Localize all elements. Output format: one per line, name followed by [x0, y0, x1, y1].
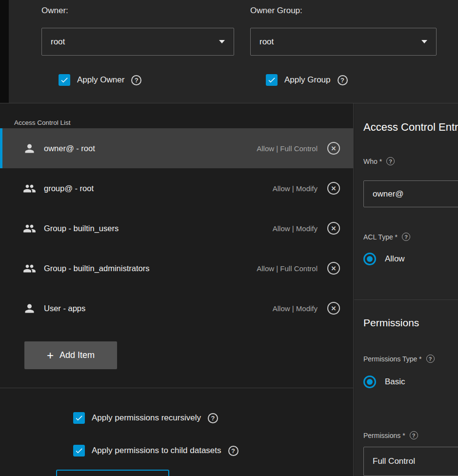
help-icon[interactable]: ? — [386, 157, 395, 165]
acl-entry-permissions: Allow | Modify — [273, 304, 318, 313]
acl-entry-label: owner@ - root — [44, 144, 257, 153]
ace-editor-panel: Access Control Entry Who * ? owner@ ACL … — [354, 103, 458, 476]
permissions-title: Permissions — [363, 317, 419, 329]
acl-editor-screen: Owner: root Owner Group: root Apply Owne… — [0, 0, 458, 476]
acl-type-label: ACL Type * — [363, 233, 398, 241]
help-icon[interactable]: ? — [208, 413, 218, 423]
check-icon — [267, 76, 276, 84]
remove-entry-icon[interactable]: ✕ — [327, 302, 340, 315]
acl-type-allow-option[interactable]: Allow — [363, 253, 405, 265]
owner-group-select-value: root — [259, 37, 274, 47]
owner-group-select[interactable]: root — [250, 28, 437, 56]
group-icon — [23, 222, 36, 235]
permissions-type-label: Permissions Type * — [363, 355, 422, 363]
child-datasets-row: Apply permissions to child datasets ? — [73, 445, 239, 456]
who-label: Who * — [363, 158, 382, 165]
owner-select[interactable]: root — [41, 28, 234, 56]
acl-type-allow-label: Allow — [385, 254, 405, 264]
apply-owner-label: Apply Owner — [77, 75, 124, 85]
plus-icon: + — [47, 350, 54, 361]
acl-entry-label: group@ - root — [44, 184, 273, 193]
who-label-row: Who * ? — [363, 157, 395, 165]
add-item-button[interactable]: + Add Item — [24, 341, 117, 369]
apply-group-checkbox[interactable] — [266, 74, 278, 86]
acl-entry-row[interactable]: Group - builtin_users Allow | Modify ✕ — [0, 208, 354, 248]
permissions-type-label-row: Permissions Type * ? — [363, 355, 435, 363]
apply-owner-row: Apply Owner ? — [59, 74, 141, 86]
check-icon — [75, 446, 83, 455]
left-gutter — [0, 0, 9, 103]
recursive-label: Apply permissions recursively — [92, 413, 201, 423]
who-select[interactable]: owner@ — [363, 180, 458, 207]
acl-entry-list: owner@ - root Allow | Full Control ✕ gro… — [0, 128, 354, 328]
acl-type-label-row: ACL Type * ? — [363, 233, 410, 241]
permissions-label: Permissions * — [363, 432, 405, 439]
who-select-value: owner@ — [373, 189, 404, 199]
chevron-down-icon — [219, 40, 225, 43]
permissions-select-value: Full Control — [373, 456, 415, 466]
permissions-label-row: Permissions * ? — [363, 431, 418, 439]
remove-entry-icon[interactable]: ✕ — [327, 222, 340, 235]
acl-entry-row[interactable]: group@ - root Allow | Modify ✕ — [0, 168, 354, 208]
remove-entry-icon[interactable]: ✕ — [327, 182, 340, 195]
acl-list-title: Access Control List — [14, 119, 71, 126]
acl-entry-row[interactable]: Group - builtin_administrators Allow | F… — [0, 248, 354, 288]
radio-selected-icon — [363, 376, 376, 388]
acl-entry-label: Group - builtin_users — [44, 224, 273, 233]
owner-section: Owner: root Owner Group: root Apply Owne… — [9, 0, 458, 103]
help-icon[interactable]: ? — [131, 75, 141, 85]
acl-entry-permissions: Allow | Full Control — [257, 264, 318, 273]
check-icon — [60, 76, 69, 84]
acl-list-panel: Access Control List owner@ - root Allow … — [0, 103, 354, 476]
owner-select-value: root — [51, 37, 65, 47]
acl-entry-label: User - apps — [44, 304, 273, 313]
recursive-row: Apply permissions recursively ? — [73, 412, 218, 424]
help-icon[interactable]: ? — [228, 446, 239, 456]
ace-panel-title: Access Control Entry — [363, 121, 458, 134]
apply-group-label: Apply Group — [284, 75, 331, 85]
apply-group-row: Apply Group ? — [266, 74, 348, 86]
acl-entry-permissions: Allow | Modify — [273, 224, 318, 233]
radio-selected-icon — [363, 253, 376, 265]
remove-entry-icon[interactable]: ✕ — [327, 142, 340, 155]
help-icon[interactable]: ? — [410, 431, 418, 439]
acl-entry-row[interactable]: owner@ - root Allow | Full Control ✕ — [0, 128, 354, 168]
owner-group-label: Owner Group: — [250, 6, 302, 16]
child-datasets-label: Apply permissions to child datasets — [92, 446, 221, 456]
child-datasets-checkbox[interactable] — [73, 445, 85, 456]
options-divider — [0, 388, 354, 388]
permissions-divider — [354, 299, 458, 300]
person-icon — [23, 142, 36, 155]
acl-entry-permissions: Allow | Modify — [273, 184, 318, 193]
permissions-select[interactable]: Full Control — [363, 447, 458, 476]
owner-label: Owner: — [41, 6, 68, 16]
permissions-type-basic-label: Basic — [385, 377, 405, 387]
help-icon[interactable]: ? — [426, 355, 435, 363]
add-item-label: Add Item — [60, 350, 95, 360]
help-icon[interactable]: ? — [402, 233, 410, 241]
check-icon — [75, 414, 83, 422]
person-icon — [23, 302, 36, 315]
remove-entry-icon[interactable]: ✕ — [327, 262, 340, 275]
chevron-down-icon — [421, 40, 427, 43]
group-icon — [23, 182, 36, 195]
recursive-checkbox[interactable] — [73, 412, 85, 424]
apply-owner-checkbox[interactable] — [59, 74, 70, 86]
save-acl-button[interactable] — [56, 470, 169, 476]
permissions-type-basic-option[interactable]: Basic — [363, 376, 405, 388]
acl-entry-row[interactable]: User - apps Allow | Modify ✕ — [0, 288, 354, 328]
acl-entry-permissions: Allow | Full Control — [257, 144, 318, 153]
group-icon — [23, 262, 36, 275]
help-icon[interactable]: ? — [338, 75, 348, 85]
acl-entry-label: Group - builtin_administrators — [44, 264, 257, 273]
